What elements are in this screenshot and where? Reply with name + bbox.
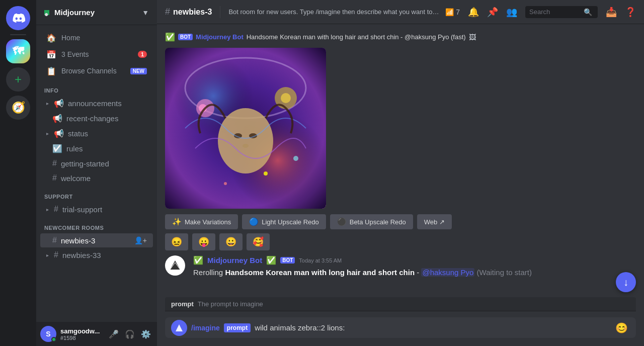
light-upscale-redo-button[interactable]: 🔵 Light Upscale Redo <box>242 214 326 229</box>
mute-button[interactable]: 🎤 <box>107 327 121 341</box>
bot-badge: BOT <box>280 257 295 264</box>
user-name: samgoodw... <box>60 327 103 335</box>
inline-image-desc: Handsome Korean man with long hair and s… <box>247 33 466 41</box>
bot-author-name: Midjourney Bot <box>207 256 262 265</box>
reaction-tired[interactable]: 😖 <box>165 233 188 250</box>
reroll-message-group: ✅ Midjourney Bot ✅ BOT Today at 3:55 AM … <box>165 254 636 280</box>
member-count: 📶 7 <box>445 8 460 16</box>
add-member-icon: 👤+ <box>134 236 147 244</box>
messages-area: ✅ BOT Midjourney Bot Handsome Korean man… <box>157 24 644 297</box>
channel-welcome[interactable]: # welcome <box>40 171 153 185</box>
expand-arrow: ▸ <box>46 101 49 106</box>
reroll-prompt-text: Handsome Korean man with long hair and s… <box>225 268 415 277</box>
server-sidebar: 🗺 + 🧭 <box>0 0 36 346</box>
recent-changes-icon: 📢 <box>52 114 62 123</box>
svg-point-11 <box>281 93 291 103</box>
section-support: SUPPORT <box>36 186 157 202</box>
trial-support-icon: # <box>54 205 58 214</box>
bot-verified-2: ✅ <box>266 255 276 265</box>
newbies-33-expand-arrow: ▸ <box>46 252 49 258</box>
beta-upscale-label: Beta Upscale Redo <box>350 218 406 226</box>
section-newcomer-rooms: NEWCOMER ROOMS <box>36 217 157 233</box>
topbar: # newbies-3 Bot room for new users. Type… <box>157 0 644 24</box>
events-badge: 1 <box>138 51 147 58</box>
channel-announcements[interactable]: ▸ 📢 announcements <box>40 96 153 111</box>
rules-icon: ☑️ <box>52 144 62 153</box>
welcome-icon: # <box>52 174 57 183</box>
image-message-group: ✅ BOT Midjourney Bot Handsome Korean man… <box>165 32 636 250</box>
server-header[interactable]: ● Midjourney ▼ <box>36 0 157 25</box>
user-info: samgoodw... #1598 <box>60 327 103 341</box>
help-icon[interactable]: ❓ <box>625 7 636 18</box>
inbox-icon[interactable]: 📥 <box>606 7 617 18</box>
input-area: /imagine prompt 😊 <box>157 313 644 346</box>
reaction-silly[interactable]: 😛 <box>192 233 215 250</box>
getting-started-label: getting-started <box>61 159 109 168</box>
user-tag: #1598 <box>60 335 103 341</box>
input-box: /imagine prompt 😊 <box>165 317 636 338</box>
make-variations-label: Make Variations <box>185 218 231 226</box>
topbar-channel: # newbies-3 <box>165 7 212 17</box>
waiting-status: (Waiting to start) <box>477 268 532 277</box>
search-bar[interactable]: 🔍 <box>525 6 598 18</box>
settings-button[interactable]: ⚙️ <box>139 327 153 341</box>
pin-icon[interactable]: 📌 <box>487 7 498 18</box>
home-icon: 🏠 <box>46 33 56 43</box>
channel-status[interactable]: ▸ 📢 status <box>40 126 153 141</box>
nav-events-label: 3 Events <box>61 50 89 58</box>
mention-user[interactable]: @haksung Pyo <box>421 268 474 277</box>
signal-icon: 📶 <box>445 8 454 16</box>
discord-home-icon[interactable] <box>6 6 30 30</box>
reaction-love[interactable]: 🥰 <box>247 233 270 250</box>
rules-label: rules <box>66 144 83 153</box>
input-tag: prompt <box>224 323 251 332</box>
search-input[interactable] <box>529 8 580 16</box>
newbies-3-icon: # <box>52 236 57 245</box>
web-button[interactable]: Web ↗ <box>417 214 452 229</box>
reaction-happy[interactable]: 😀 <box>219 233 243 250</box>
bot-verified-icon: ✅ <box>193 255 203 265</box>
channel-getting-started[interactable]: # getting-started <box>40 156 153 170</box>
verified-icon: ✅ <box>165 32 175 42</box>
variations-icon: ✨ <box>172 217 182 226</box>
newbies-33-icon: # <box>54 250 58 260</box>
message-timestamp: Today at 3:55 AM <box>299 257 342 264</box>
nav-home-label: Home <box>61 34 80 42</box>
generated-image[interactable] <box>165 48 326 209</box>
channel-newbies-3[interactable]: # newbies-3 👤+ <box>40 233 153 247</box>
channel-trial-support[interactable]: ▸ # trial-support <box>40 202 153 216</box>
section-info: INFO <box>36 79 157 96</box>
add-server-icon[interactable]: + <box>6 67 30 92</box>
beta-upscale-redo-button[interactable]: ⚫ Beta Upscale Redo <box>330 214 413 229</box>
notification-icon[interactable]: 🔔 <box>468 7 479 18</box>
newbies-33-label: newbies-33 <box>62 251 101 260</box>
deafen-button[interactable]: 🎧 <box>123 327 137 341</box>
image-message-header: ✅ BOT Midjourney Bot Handsome Korean man… <box>165 32 636 42</box>
user-status-dot <box>51 337 56 342</box>
svg-point-12 <box>264 171 268 176</box>
light-upscale-icon: 🔵 <box>249 217 259 226</box>
nav-home[interactable]: 🏠 Home <box>40 30 153 46</box>
server-name: Midjourney <box>54 8 95 17</box>
bot-badge-inline: BOT <box>178 34 193 40</box>
prompt-label: prompt <box>171 300 194 308</box>
reaction-buttons: 😖 😛 😀 🥰 <box>165 233 636 250</box>
inline-bot-name: Midjourney Bot <box>196 33 244 41</box>
scroll-to-bottom-button[interactable]: ↓ <box>616 272 636 292</box>
nav-events[interactable]: 📅 3 Events 1 <box>40 46 153 62</box>
channel-rules[interactable]: ☑️ rules <box>40 141 153 156</box>
make-variations-button[interactable]: ✨ Make Variations <box>165 214 238 229</box>
reroll-message-content: ✅ Midjourney Bot ✅ BOT Today at 3:55 AM … <box>193 255 636 279</box>
channel-newbies-33[interactable]: ▸ # newbies-33 <box>40 248 153 262</box>
channel-recent-changes[interactable]: 📢 recent-changes <box>40 111 153 126</box>
emoji-picker-icon[interactable]: 😊 <box>613 318 630 338</box>
topbar-channel-icon: # <box>165 7 170 17</box>
announcements-label: announcements <box>68 99 122 108</box>
midjourney-server-icon[interactable]: 🗺 <box>6 39 30 63</box>
explore-servers-icon[interactable]: 🧭 <box>6 96 30 120</box>
message-input[interactable] <box>255 317 609 338</box>
nav-browse-channels[interactable]: 📋 Browse Channels NEW <box>40 63 153 79</box>
main-content: # newbies-3 Bot room for new users. Type… <box>157 0 644 346</box>
members-icon[interactable]: 👥 <box>506 7 517 18</box>
svg-point-7 <box>243 144 249 148</box>
